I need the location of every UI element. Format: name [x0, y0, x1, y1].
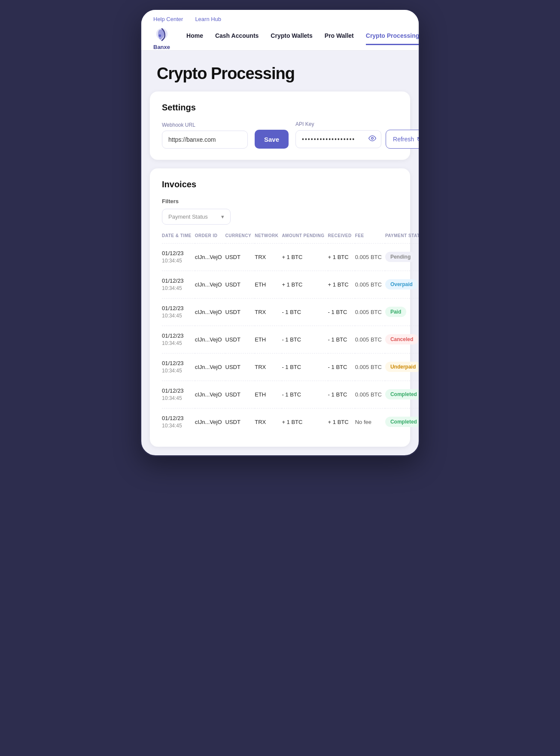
cell-status-1: Overpaid [385, 271, 420, 298]
webhook-field-group: Webhook URL [162, 122, 248, 149]
table-row[interactable]: 01/12/23 10:34:45 cIJn...VejO USDT ETH +… [162, 271, 420, 298]
table-header-row: DATE & TIME ORDER ID CURRENCY NETWORK AM… [162, 233, 420, 244]
page-title: Crypto Processing [157, 64, 403, 83]
navigation-top: Help Center Learn Hub Banxe Home Cash Ac… [141, 10, 419, 51]
cell-currency-2: USDT [225, 298, 255, 326]
nav-crypto-processing[interactable]: Crypto Processing [366, 32, 419, 45]
cell-network-5: ETH [255, 381, 282, 408]
cell-received-4: - 1 BTC [328, 353, 355, 381]
nav-cash-accounts[interactable]: Cash Accounts [215, 32, 259, 45]
cell-amount-6: + 1 BTC [282, 408, 328, 435]
cell-currency-3: USDT [225, 326, 255, 353]
cell-amount-1: + 1 BTC [282, 271, 328, 298]
cell-fee-4: 0.005 BTC [355, 353, 385, 381]
api-key-wrapper: Refresh ↻ [295, 130, 420, 149]
cell-network-3: ETH [255, 326, 282, 353]
cell-fee-0: 0.005 BTC [355, 244, 385, 271]
cell-network-2: TRX [255, 298, 282, 326]
status-badge-0: Pending [385, 252, 416, 262]
cell-network-1: ETH [255, 271, 282, 298]
eye-icon[interactable] [368, 134, 376, 144]
col-order-id: ORDER ID [195, 233, 225, 244]
table-row[interactable]: 01/12/23 10:34:45 cIJn...VejO USDT ETH -… [162, 381, 420, 408]
cell-received-0: + 1 BTC [328, 244, 355, 271]
cell-received-1: + 1 BTC [328, 271, 355, 298]
refresh-button[interactable]: Refresh ↻ [386, 130, 420, 149]
cell-fee-5: 0.005 BTC [355, 381, 385, 408]
cell-network-4: TRX [255, 353, 282, 381]
logo[interactable]: Banxe [153, 27, 170, 50]
cell-order-5: cIJn...VejO [195, 381, 225, 408]
status-badge-5: Completed [385, 389, 420, 399]
cell-status-3: Canceled [385, 326, 420, 353]
cell-received-6: + 1 BTC [328, 408, 355, 435]
logo-text: Banxe [153, 44, 170, 50]
col-amount: AMOUNT PENDING [282, 233, 328, 244]
col-status: PAYMENT STATUS [385, 233, 420, 244]
banxe-logo-icon [154, 27, 170, 43]
status-badge-3: Canceled [385, 334, 418, 344]
learn-hub-link[interactable]: Learn Hub [195, 16, 221, 22]
table-row[interactable]: 01/12/23 10:34:45 cIJn...VejO USDT TRX -… [162, 353, 420, 381]
col-fee: FEE [355, 233, 385, 244]
cell-date-6: 01/12/23 10:34:45 [162, 408, 195, 435]
cell-amount-5: - 1 BTC [282, 381, 328, 408]
cell-date-1: 01/12/23 10:34:45 [162, 271, 195, 298]
filter-placeholder: Payment Status [168, 213, 208, 220]
table-row[interactable]: 01/12/23 10:34:45 cIJn...VejO USDT TRX +… [162, 408, 420, 435]
cell-amount-2: - 1 BTC [282, 298, 328, 326]
cell-order-4: cIJn...VejO [195, 353, 225, 381]
cell-received-5: - 1 BTC [328, 381, 355, 408]
api-key-field-group: API Key Refresh ↻ [295, 121, 420, 149]
col-network: NETWORK [255, 233, 282, 244]
payment-status-filter[interactable]: Payment Status ▾ [162, 209, 231, 225]
svg-point-1 [371, 137, 374, 140]
svg-point-0 [158, 34, 161, 37]
col-date-time: DATE & TIME [162, 233, 195, 244]
cell-order-2: cIJn...VejO [195, 298, 225, 326]
table-row[interactable]: 01/12/23 10:34:45 cIJn...VejO USDT ETH -… [162, 326, 420, 353]
cell-received-3: - 1 BTC [328, 326, 355, 353]
table-row[interactable]: 01/12/23 10:34:45 cIJn...VejO USDT TRX -… [162, 298, 420, 326]
cell-amount-4: - 1 BTC [282, 353, 328, 381]
invoices-card: Invoices Filters Payment Status ▾ DATE &… [150, 168, 410, 447]
cell-order-3: cIJn...VejO [195, 326, 225, 353]
cell-fee-2: 0.005 BTC [355, 298, 385, 326]
col-currency: CURRENCY [225, 233, 255, 244]
filters-label: Filters [162, 198, 398, 204]
webhook-input[interactable] [162, 131, 248, 149]
cell-date-2: 01/12/23 10:34:45 [162, 298, 195, 326]
api-key-label: API Key [295, 121, 420, 127]
cell-order-6: cIJn...VejO [195, 408, 225, 435]
cell-received-2: - 1 BTC [328, 298, 355, 326]
invoices-table: DATE & TIME ORDER ID CURRENCY NETWORK AM… [162, 233, 420, 436]
cell-status-5: Completed [385, 381, 420, 408]
cell-date-3: 01/12/23 10:34:45 [162, 326, 195, 353]
cell-network-6: TRX [255, 408, 282, 435]
cell-currency-1: USDT [225, 271, 255, 298]
chevron-down-icon: ▾ [221, 213, 224, 220]
api-input-container [295, 130, 381, 148]
cell-fee-6: No fee [355, 408, 385, 435]
status-badge-6: Completed [385, 417, 420, 427]
cell-currency-6: USDT [225, 408, 255, 435]
cell-amount-0: + 1 BTC [282, 244, 328, 271]
cell-currency-0: USDT [225, 244, 255, 271]
cell-status-2: Paid [385, 298, 420, 326]
settings-card: Settings Webhook URL Save API Key [150, 91, 410, 160]
nav-pro-wallet[interactable]: Pro Wallet [325, 32, 354, 45]
nav-home[interactable]: Home [186, 32, 203, 45]
table-row[interactable]: 01/12/23 10:34:45 cIJn...VejO USDT TRX +… [162, 244, 420, 271]
device-frame: Help Center Learn Hub Banxe Home Cash Ac… [140, 9, 420, 457]
cell-order-1: cIJn...VejO [195, 271, 225, 298]
nav-crypto-wallets[interactable]: Crypto Wallets [271, 32, 313, 45]
help-center-link[interactable]: Help Center [153, 16, 183, 22]
cell-status-6: Completed [385, 408, 420, 435]
cell-date-0: 01/12/23 10:34:45 [162, 244, 195, 271]
save-button[interactable]: Save [255, 130, 289, 149]
refresh-icon: ↻ [417, 136, 420, 143]
status-badge-1: Overpaid [385, 279, 418, 290]
status-badge-2: Paid [385, 307, 406, 317]
cell-currency-5: USDT [225, 381, 255, 408]
filters-row: Filters Payment Status ▾ [162, 198, 398, 225]
